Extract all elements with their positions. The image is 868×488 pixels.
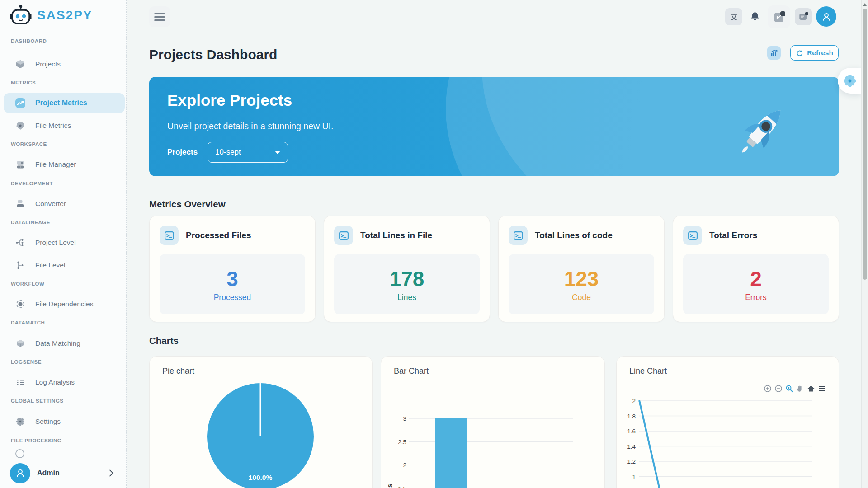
cube-icon	[15, 59, 25, 69]
feedback-button[interactable]	[795, 8, 812, 25]
robot-logo-icon	[9, 4, 33, 27]
sidebar-item-label: Project Metrics	[35, 99, 87, 107]
chart-arrow-icon	[770, 49, 778, 57]
bar-chart-title: Bar Chart	[394, 366, 429, 376]
person-icon	[14, 467, 26, 479]
metric-value: 123	[564, 267, 599, 291]
sidebar-item-project-level[interactable]: Project Level	[0, 233, 126, 253]
metric-label: Errors	[745, 293, 767, 302]
sidebar-item-label: Projects	[35, 60, 61, 68]
scroll-up-arrow-icon[interactable]	[863, 3, 867, 6]
metric-label: Lines	[397, 293, 416, 302]
gear-icon	[843, 74, 857, 88]
lineage-tree-icon	[15, 238, 25, 248]
banner-title: Explore Projects	[167, 91, 292, 109]
scrollbar-thumb[interactable]	[863, 9, 867, 280]
sidebar-item-label: File Level	[35, 261, 65, 269]
bar-series-rect[interactable]	[435, 418, 467, 488]
metric-card-total-errors: Total Errors 2 Errors	[673, 216, 839, 322]
sidebar-item-converter[interactable]: Converter	[0, 194, 126, 214]
bar-ytick: 2	[403, 462, 406, 469]
notifications-button[interactable]	[746, 8, 764, 25]
line-ytick: 1.6	[627, 428, 636, 435]
section-label-dashboard: DASHBOARD	[11, 38, 47, 44]
admin-bar[interactable]: Admin	[0, 458, 126, 488]
sidebar-item-data-matching[interactable]: Data Matching	[0, 333, 126, 353]
user-avatar-button[interactable]	[816, 6, 836, 27]
section-label-workflow: WORKFLOW	[11, 281, 44, 286]
bar-chart-card: Bar Chart 3 2.5 2 1.5 3 Values	[381, 356, 605, 488]
sidebar-item-file-dependencies[interactable]: File Dependencies	[0, 294, 126, 314]
terminal-icon	[688, 230, 698, 241]
charts-heading: Charts	[149, 335, 179, 346]
sidebar-item-projects[interactable]: Projects	[0, 54, 126, 74]
gear-icon	[15, 417, 25, 427]
sidebar-item-log-analysis[interactable]: Log Analysis	[0, 372, 126, 392]
section-label-development: DEVELOPMENT	[11, 181, 53, 186]
toolbar-menu-icon[interactable]	[818, 385, 826, 393]
terminal-icon-box	[683, 226, 702, 245]
menu-toggle-button[interactable]	[149, 6, 170, 27]
sidebar-item-file-manager[interactable]: File Manager	[0, 155, 126, 174]
refresh-button-label: Refresh	[807, 49, 833, 57]
sidebar-item-project-metrics[interactable]: Project Metrics	[4, 93, 125, 113]
sidebar: SAS2PY DASHBOARD Projects METRICS Projec…	[0, 0, 127, 488]
collapse-view-button[interactable]	[768, 5, 790, 28]
note-icon	[798, 12, 808, 22]
metric-card-title: Total Lines of code	[535, 230, 613, 240]
metric-card-processed-files: Processed Files 3 Processed	[149, 216, 316, 322]
translate-icon	[729, 12, 739, 22]
clipped-item-icon	[15, 449, 24, 458]
caret-down-icon	[275, 151, 280, 154]
branch-icon	[15, 260, 25, 270]
metric-cards-row: Processed Files 3 Processed Total Lines …	[149, 216, 839, 322]
pie-chart: 100.0%	[150, 357, 373, 488]
metric-value-panel: 3 Processed	[160, 254, 305, 314]
admin-avatar[interactable]	[10, 463, 30, 483]
metric-value-panel: 2 Errors	[683, 254, 829, 314]
sidebar-item-file-metrics[interactable]: File Metrics	[0, 116, 126, 136]
line-chart-title: Line Chart	[629, 366, 667, 376]
zoom-out-icon[interactable]	[774, 385, 783, 393]
pie-slice-label: 100.0%	[249, 474, 273, 481]
line-ytick: 2	[632, 398, 636, 404]
app-logo[interactable]: SAS2PY	[9, 4, 93, 27]
sidebar-item-file-level[interactable]: File Level	[0, 255, 126, 275]
terminal-icon-box	[509, 226, 528, 245]
sidebar-item-settings[interactable]: Settings	[0, 412, 126, 432]
pan-hand-icon[interactable]	[796, 385, 804, 393]
box-3d-icon	[15, 338, 25, 348]
section-label-datamatch: DATAMATCH	[11, 320, 45, 325]
metric-value: 2	[750, 267, 762, 291]
project-select-dropdown[interactable]: 10-sept	[208, 142, 288, 163]
line-ytick: 1.4	[627, 443, 636, 450]
section-label-workspace: WORKSPACE	[11, 141, 47, 147]
refresh-icon	[796, 49, 803, 57]
target-icon	[15, 299, 25, 309]
analytics-button[interactable]	[767, 46, 781, 60]
theme-settings-fab[interactable]	[838, 68, 862, 94]
converter-icon	[15, 199, 25, 209]
metric-card-title: Total Errors	[709, 230, 757, 240]
metric-card-title: Processed Files	[186, 230, 251, 240]
pie-chart-title: Pie chart	[162, 366, 194, 376]
translate-button[interactable]	[725, 8, 742, 25]
reset-home-icon[interactable]	[807, 385, 815, 393]
terminal-icon-box	[160, 226, 179, 245]
metric-card-total-lines-of-code: Total Lines of code 123 Code	[498, 216, 665, 322]
metric-value: 3	[226, 267, 238, 291]
bar-ytick: 1.5	[398, 485, 406, 488]
line-series-path[interactable]	[639, 400, 662, 488]
zoom-in-icon[interactable]	[764, 385, 772, 393]
metrics-overview-heading: Metrics Overview	[149, 199, 226, 210]
box-zoom-icon[interactable]	[785, 385, 793, 393]
terminal-icon	[513, 230, 524, 241]
collapse-arrow-icon	[773, 11, 785, 23]
pie-chart-card: Pie chart 100.0%	[149, 356, 373, 488]
section-label-logsense: LOGSENSE	[11, 359, 42, 365]
refresh-button[interactable]: Refresh	[790, 45, 839, 61]
page-scrollbar[interactable]	[861, 0, 868, 488]
chevron-right-icon[interactable]	[106, 468, 116, 478]
section-label-global-settings: GLOBAL SETTINGS	[11, 398, 64, 404]
metric-value-panel: 123 Code	[509, 254, 654, 314]
